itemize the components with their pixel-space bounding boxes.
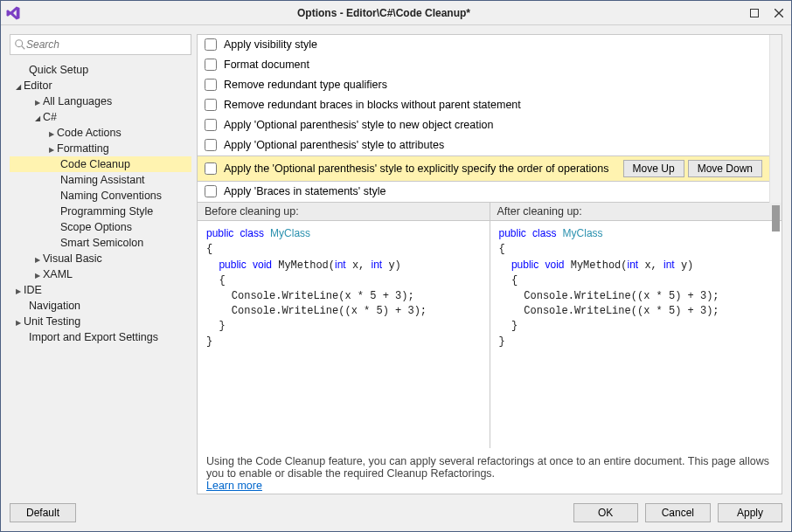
search-input[interactable] [26, 38, 187, 51]
tree-import-export[interactable]: Import and Export Settings [10, 329, 191, 345]
tree-code-actions[interactable]: Code Actions [10, 125, 191, 141]
check-label: Apply 'Braces in statements' style [224, 185, 386, 197]
move-up-button[interactable]: Move Up [623, 160, 684, 177]
tree-label: Formatting [57, 142, 109, 155]
checkbox[interactable] [205, 119, 217, 131]
tree-visual-basic[interactable]: Visual Basic [10, 251, 191, 266]
tree-navigation[interactable]: Navigation [10, 298, 191, 314]
check-label: Apply visibility style [224, 38, 317, 51]
svg-point-3 [16, 40, 23, 47]
tree-all-languages[interactable]: All Languages [10, 93, 191, 109]
learn-more-link[interactable]: Learn more [206, 480, 262, 492]
vs-logo-icon [1, 1, 25, 25]
preview-after-code: public class MyClass { public void MyMet… [490, 221, 782, 448]
tree-csharp[interactable]: C# [10, 109, 191, 125]
scrollbar[interactable] [769, 35, 782, 203]
tree-quick-setup[interactable]: Quick Setup [10, 62, 191, 78]
tree-naming-conventions[interactable]: Naming Conventions [10, 188, 191, 204]
window-title: Options - Editor\C#\Code Cleanup* [25, 7, 742, 19]
close-button[interactable] [767, 3, 791, 23]
check-label: Remove redundant type qualifiers [224, 79, 387, 91]
move-down-button[interactable]: Move Down [688, 160, 762, 177]
tree-programming-style[interactable]: Programming Style [10, 204, 191, 219]
check-format-document[interactable]: Format document [198, 55, 769, 75]
sidebar: Quick Setup Editor All Languages C# Code… [10, 34, 191, 494]
tree-label: Code Cleanup [60, 158, 130, 170]
check-remove-braces[interactable]: Remove redundant braces in blocks withou… [198, 95, 769, 115]
tree-label: Naming Assistant [60, 174, 145, 186]
tree-label: Unit Testing [24, 315, 80, 328]
check-label: Format document [224, 59, 309, 71]
check-paren-order[interactable]: Apply the 'Optional parenthesis' style t… [198, 155, 769, 182]
checkbox[interactable] [205, 59, 217, 71]
tree-label: All Languages [43, 95, 112, 107]
check-apply-visibility[interactable]: Apply visibility style [198, 35, 769, 55]
svg-rect-0 [751, 9, 759, 17]
options-tree: Quick Setup Editor All Languages C# Code… [10, 62, 191, 494]
checkbox[interactable] [205, 38, 217, 51]
tree-label: Import and Export Settings [29, 331, 158, 343]
tree-xaml[interactable]: XAML [10, 266, 191, 282]
cancel-button[interactable]: Cancel [645, 503, 711, 522]
tree-editor[interactable]: Editor [10, 78, 191, 93]
tree-label: C# [43, 111, 57, 123]
check-paren-object[interactable]: Apply 'Optional parenthesis' style to ne… [198, 115, 769, 135]
preview-before-code: public class MyClass { public void MyMet… [198, 221, 490, 448]
tree-label: Naming Conventions [60, 190, 162, 202]
check-label: Apply 'Optional parenthesis' style to ne… [224, 119, 493, 131]
apply-button[interactable]: Apply [718, 503, 782, 522]
preview-before-header: Before cleaning up: [198, 203, 490, 221]
preview-after-header: After cleaning up: [490, 203, 782, 221]
preview-row: Before cleaning up: public class MyClass… [198, 203, 782, 448]
preview-before: Before cleaning up: public class MyClass… [198, 203, 490, 448]
checkbox[interactable] [205, 162, 217, 175]
tree-label: Navigation [29, 300, 80, 312]
tree-label: Quick Setup [29, 64, 88, 76]
tree-label: Editor [24, 79, 52, 92]
checkbox[interactable] [205, 139, 217, 151]
tree-label: Smart Semicolon [60, 237, 143, 249]
description-text: Using the Code Cleanup feature, you can … [206, 455, 769, 480]
search-box[interactable] [10, 34, 191, 55]
check-label: Apply 'Optional parenthesis' style to at… [224, 139, 444, 151]
maximize-button[interactable] [742, 3, 767, 23]
tree-label: XAML [43, 268, 73, 280]
tree-naming-assistant[interactable]: Naming Assistant [10, 172, 191, 188]
check-remove-qualifiers[interactable]: Remove redundant type qualifiers [198, 75, 769, 95]
tree-smart-semicolon[interactable]: Smart Semicolon [10, 235, 191, 251]
tree-ide[interactable]: IDE [10, 282, 191, 298]
main-panel: Apply visibility style Format document R… [197, 34, 782, 494]
options-window: Options - Editor\C#\Code Cleanup* Quick … [0, 0, 792, 532]
tree-label: Scope Options [60, 221, 132, 233]
tree-label: Programming Style [60, 205, 153, 218]
tree-scope-options[interactable]: Scope Options [10, 219, 191, 235]
tree-label: IDE [24, 284, 42, 296]
tree-code-cleanup[interactable]: Code Cleanup [10, 156, 191, 172]
checkbox[interactable] [205, 185, 217, 197]
preview-after: After cleaning up: public class MyClass … [490, 203, 782, 448]
check-label: Apply the 'Optional parenthesis' style t… [224, 162, 608, 175]
tree-label: Visual Basic [43, 252, 102, 265]
checkbox[interactable] [205, 99, 217, 111]
description: Using the Code Cleanup feature, you can … [198, 448, 782, 494]
default-button[interactable]: Default [10, 503, 76, 522]
search-icon [14, 38, 26, 51]
check-paren-attr[interactable]: Apply 'Optional parenthesis' style to at… [198, 135, 769, 155]
cleanup-options-list: Apply visibility style Format document R… [198, 35, 769, 203]
titlebar: Options - Editor\C#\Code Cleanup* [1, 1, 791, 25]
tree-unit-testing[interactable]: Unit Testing [10, 314, 191, 329]
tree-formatting[interactable]: Formatting [10, 141, 191, 156]
scrollbar-thumb[interactable] [772, 205, 780, 231]
check-label: Remove redundant braces in blocks withou… [224, 99, 521, 111]
button-bar: Default OK Cancel Apply [1, 494, 791, 531]
check-braces-statements[interactable]: Apply 'Braces in statements' style [198, 182, 769, 202]
ok-button[interactable]: OK [573, 503, 638, 522]
checkbox[interactable] [205, 79, 217, 91]
svg-line-4 [22, 46, 25, 50]
tree-label: Code Actions [57, 127, 122, 139]
